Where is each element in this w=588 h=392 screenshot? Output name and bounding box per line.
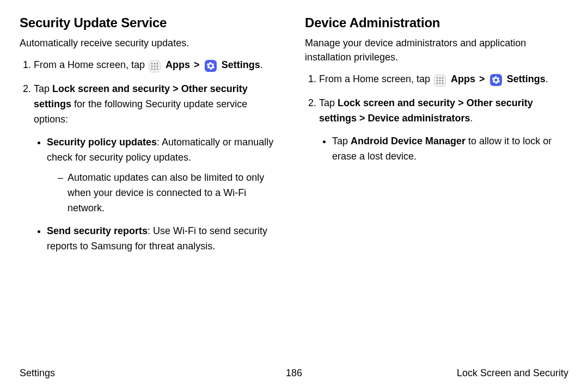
step-text: From a Home screen, tap bbox=[319, 74, 433, 84]
step-suffix: . bbox=[546, 74, 548, 84]
document-page: Security Update Service Automatically re… bbox=[0, 0, 588, 392]
page-footer: Settings 186 Lock Screen and Security bbox=[20, 367, 568, 379]
settings-gear-icon bbox=[205, 60, 217, 72]
section-intro: Automatically receive security updates. bbox=[20, 36, 283, 50]
dash-list: Automatic updates can also be limited to… bbox=[47, 170, 283, 216]
bullet-item: Tap Android Device Manager to allow it t… bbox=[332, 134, 568, 164]
svg-point-10 bbox=[439, 77, 441, 79]
bullet-item: Security policy updates: Automatically o… bbox=[47, 135, 283, 216]
footer-page-number: 186 bbox=[286, 367, 302, 379]
step-text: . bbox=[470, 113, 473, 124]
svg-point-4 bbox=[154, 66, 156, 68]
apps-icon bbox=[149, 60, 161, 72]
bullet-list: Tap Android Device Manager to allow it t… bbox=[319, 134, 568, 164]
bullet-list: Security policy updates: Automatically o… bbox=[34, 135, 283, 254]
svg-point-17 bbox=[442, 83, 444, 84]
section-intro: Manage your device administrators and ap… bbox=[305, 36, 568, 64]
two-column-layout: Security Update Service Automatically re… bbox=[20, 15, 568, 263]
apps-label: Apps bbox=[166, 59, 190, 70]
step-item: Tap Lock screen and security > Other sec… bbox=[34, 82, 283, 254]
svg-point-7 bbox=[154, 69, 156, 70]
step-text: Tap bbox=[319, 97, 338, 108]
svg-point-15 bbox=[437, 83, 438, 84]
step-item: From a Home screen, tap Apps > Settings. bbox=[319, 72, 568, 87]
svg-point-13 bbox=[439, 80, 441, 82]
chevron-icon: > bbox=[193, 59, 201, 70]
steps-list: From a Home screen, tap Apps > Settings. bbox=[20, 58, 283, 254]
section-title: Security Update Service bbox=[20, 15, 283, 30]
svg-point-8 bbox=[157, 69, 158, 70]
svg-point-6 bbox=[151, 69, 153, 70]
svg-point-12 bbox=[437, 80, 438, 82]
step-item: Tap Lock screen and security > Other sec… bbox=[319, 96, 568, 164]
settings-label: Settings bbox=[507, 74, 546, 84]
step-text: Tap bbox=[34, 83, 52, 94]
step-text: From a Home screen, tap bbox=[34, 59, 148, 70]
svg-point-1 bbox=[154, 63, 156, 65]
settings-label: Settings bbox=[222, 59, 260, 70]
step-suffix: . bbox=[260, 59, 263, 70]
settings-gear-icon bbox=[490, 74, 502, 86]
steps-list: From a Home screen, tap Apps > Settings. bbox=[305, 72, 568, 164]
svg-point-16 bbox=[439, 83, 441, 84]
svg-point-14 bbox=[442, 80, 444, 82]
bullet-term: Security policy updates bbox=[47, 137, 157, 148]
bullet-term: Send security reports bbox=[47, 225, 148, 236]
section-title: Device Administration bbox=[305, 15, 568, 30]
svg-point-2 bbox=[157, 63, 158, 65]
svg-point-11 bbox=[442, 77, 444, 79]
step-item: From a Home screen, tap Apps > Settings. bbox=[34, 58, 283, 73]
footer-right: Lock Screen and Security bbox=[457, 367, 568, 379]
bullet-text: Tap bbox=[332, 136, 351, 146]
apps-label: Apps bbox=[451, 74, 475, 84]
chevron-icon: > bbox=[478, 74, 486, 84]
footer-left: Settings bbox=[20, 367, 55, 379]
svg-point-5 bbox=[157, 66, 158, 68]
svg-point-3 bbox=[151, 66, 153, 68]
svg-point-0 bbox=[151, 63, 153, 65]
bullet-item: Send security reports: Use Wi-Fi to send… bbox=[47, 224, 283, 254]
dash-item: Automatic updates can also be limited to… bbox=[58, 170, 283, 216]
right-column: Device Administration Manage your device… bbox=[305, 15, 568, 263]
apps-icon bbox=[434, 75, 446, 87]
svg-point-9 bbox=[437, 77, 438, 79]
step-path: Lock screen and security > Other securit… bbox=[319, 97, 533, 124]
left-column: Security Update Service Automatically re… bbox=[20, 15, 283, 263]
bullet-term: Android Device Manager bbox=[351, 136, 465, 146]
